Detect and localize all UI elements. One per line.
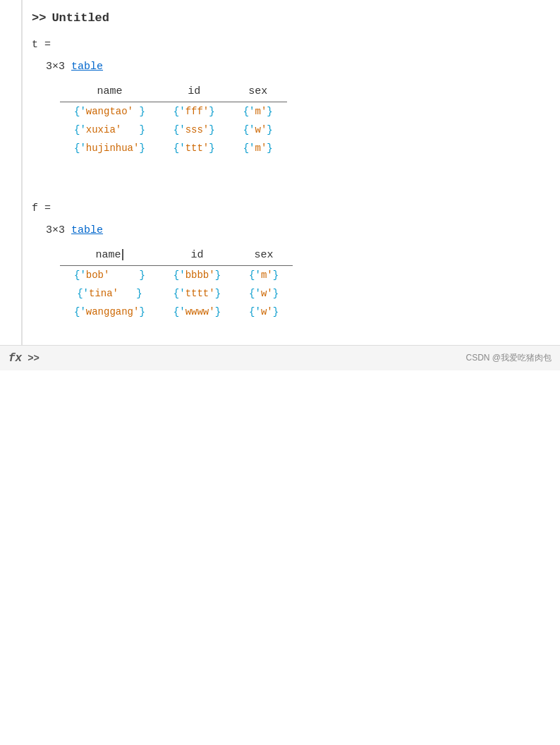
table-f-header-row: name id sex	[60, 246, 293, 266]
bottom-arrows: >>	[28, 353, 39, 364]
watermark: CSDN @我爱吃猪肉包	[465, 352, 552, 364]
table-f-r3-name: {'wanggang'}	[60, 303, 159, 321]
table-f-col-sex: sex	[235, 246, 293, 266]
table-row: {'xuxia' } {'sss'} {'w'}	[60, 121, 287, 139]
var-f-label: f =	[32, 202, 546, 214]
fx-label: fx	[8, 352, 22, 365]
table-t-link[interactable]: table	[71, 61, 103, 73]
table-f-col-id: id	[159, 246, 235, 266]
table-t-col-name: name	[60, 83, 159, 102]
table-f-r2-name: {'tina' }	[60, 284, 159, 303]
table-t-section: 3×3 table name id sex {'wangtao' }	[46, 61, 546, 157]
table-t-r2-name: {'xuxia' }	[60, 121, 159, 139]
table-t-r1-sex: {'m'}	[229, 102, 287, 121]
bottom-fx-area: fx >>	[8, 352, 39, 365]
header-arrows: >>	[32, 11, 46, 25]
table-t-r2-sex: {'w'}	[229, 121, 287, 139]
table-t-r3-sex: {'m'}	[229, 139, 287, 157]
table-t-r2-id: {'sss'}	[159, 121, 229, 139]
table-f-col-name: name	[60, 246, 159, 266]
table-f-r2-sex: {'w'}	[235, 284, 293, 303]
page-title: Untitled	[51, 11, 109, 25]
table-f-link[interactable]: table	[71, 224, 103, 236]
table-f-section: 3×3 table name id sex {'bob	[46, 224, 546, 321]
table-f-r1-name: {'bob' }	[60, 266, 159, 284]
table-row: {'tina' } {'tttt'} {'w'}	[60, 284, 293, 303]
table-t-r3-name: {'hujinhua'}	[60, 139, 159, 157]
table-t-size-text: 3×3	[46, 61, 71, 73]
table-t-col-id: id	[159, 83, 229, 102]
var-t-label: t =	[32, 39, 546, 51]
table-row: {'hujinhua'} {'ttt'} {'m'}	[60, 139, 287, 157]
table-t-r1-name: {'wangtao' }	[60, 102, 159, 121]
table-t: name id sex {'wangtao' } {'fff'}	[60, 83, 287, 157]
table-f-r3-sex: {'w'}	[235, 303, 293, 321]
table-row: {'bob' } {'bbbb'} {'m'}	[60, 266, 293, 284]
table-f-size-text: 3×3	[46, 224, 71, 236]
table-f-size: 3×3 table	[46, 224, 546, 236]
table-t-header-row: name id sex	[60, 83, 287, 102]
table-f-r1-sex: {'m'}	[235, 266, 293, 284]
table-t-r3-id: {'ttt'}	[159, 139, 229, 157]
table-row: {'wanggang'} {'wwww'} {'w'}	[60, 303, 293, 321]
table-row: {'wangtao' } {'fff'} {'m'}	[60, 102, 287, 121]
bottom-bar: fx >> CSDN @我爱吃猪肉包	[0, 345, 560, 370]
table-f-r2-id: {'tttt'}	[159, 284, 235, 303]
table-f-r3-id: {'wwww'}	[159, 303, 235, 321]
table-t-size: 3×3 table	[46, 61, 546, 73]
table-t-r1-id: {'fff'}	[159, 102, 229, 121]
table-t-col-sex: sex	[229, 83, 287, 102]
cursor-indicator	[122, 249, 123, 260]
table-f-r1-id: {'bbbb'}	[159, 266, 235, 284]
header-line: >> Untitled	[32, 11, 546, 25]
table-f: name id sex {'bob' } {'bbbb'}	[60, 246, 293, 321]
